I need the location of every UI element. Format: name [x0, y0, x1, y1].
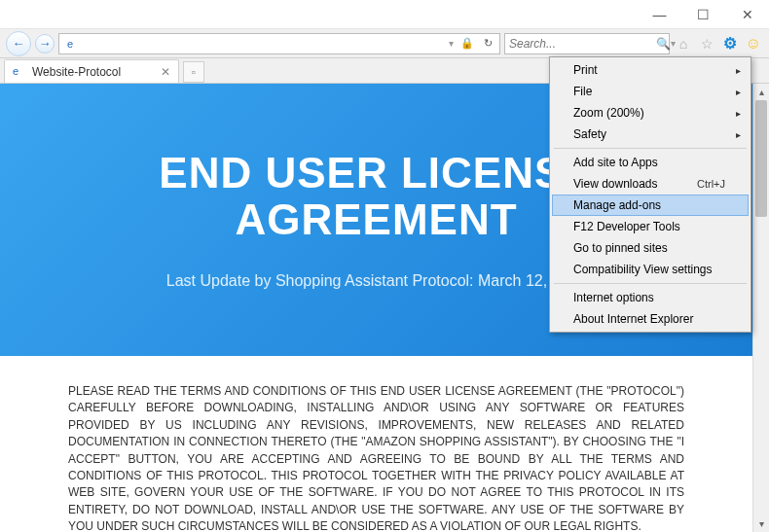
- search-input[interactable]: [509, 37, 656, 51]
- home-icon[interactable]: ⌂: [674, 34, 693, 53]
- menu-label: Zoom (200%): [573, 106, 644, 120]
- page-title-line1: END USER LICENSE: [159, 150, 593, 196]
- menu-label: File: [573, 85, 592, 98]
- menu-label: Compatibility View settings: [573, 263, 713, 276]
- ie-icon: e: [63, 37, 77, 51]
- dropdown-icon[interactable]: ▾: [449, 38, 454, 49]
- ie-icon: e: [13, 65, 26, 79]
- menu-shortcut: Ctrl+J: [697, 178, 725, 190]
- new-tab-button[interactable]: ▫: [183, 61, 204, 83]
- menu-about[interactable]: About Internet Explorer: [552, 308, 749, 330]
- menu-view-downloads[interactable]: View downloadsCtrl+J: [552, 173, 749, 195]
- forward-button[interactable]: →: [35, 34, 55, 53]
- menu-f12[interactable]: F12 Developer Tools: [552, 216, 749, 237]
- menu-label: Manage add-ons: [573, 198, 661, 212]
- tools-menu: Print File Zoom (200%) Safety Add site t…: [549, 56, 751, 333]
- tab-title: Website-Protocol: [32, 65, 121, 79]
- eula-text: PLEASE READ THE TERMS AND CONDITIONS OF …: [68, 383, 684, 532]
- menu-label: F12 Developer Tools: [573, 220, 680, 233]
- page-title: END USER LICENSE AGREEMENT: [159, 150, 593, 244]
- minimize-button[interactable]: —: [638, 0, 681, 29]
- menu-internet-options[interactable]: Internet options: [552, 287, 749, 308]
- menu-zoom[interactable]: Zoom (200%): [552, 102, 749, 124]
- favorites-icon[interactable]: ☆: [697, 34, 716, 53]
- refresh-icon[interactable]: ↻: [481, 37, 495, 50]
- gear-icon[interactable]: ⚙: [720, 34, 740, 53]
- lock-icon[interactable]: 🔒: [458, 37, 477, 50]
- menu-safety[interactable]: Safety: [552, 124, 749, 145]
- scroll-up-icon[interactable]: ▴: [753, 84, 769, 100]
- menu-compat[interactable]: Compatibility View settings: [552, 259, 749, 280]
- search-icon[interactable]: 🔍: [656, 37, 671, 51]
- close-icon[interactable]: ✕: [161, 65, 170, 79]
- menu-add-site[interactable]: Add site to Apps: [552, 152, 749, 173]
- menu-label: Internet options: [573, 291, 654, 304]
- menu-label: Go to pinned sites: [573, 241, 668, 255]
- maximize-button[interactable]: ☐: [681, 0, 725, 29]
- toolbar: ← → e ▾ 🔒 ↻ 🔍 ▾ ⌂ ☆ ⚙ ☺: [0, 29, 769, 58]
- menu-label: Print: [573, 63, 598, 77]
- menu-label: View downloads: [573, 177, 658, 191]
- address-bar[interactable]: e ▾ 🔒 ↻: [58, 33, 500, 54]
- feedback-icon[interactable]: ☺: [744, 34, 763, 53]
- menu-file[interactable]: File: [552, 81, 749, 102]
- menu-print[interactable]: Print: [552, 59, 749, 81]
- tab-website-protocol[interactable]: e Website-Protocol ✕: [4, 59, 179, 83]
- eula-body: PLEASE READ THE TERMS AND CONDITIONS OF …: [0, 356, 752, 532]
- menu-label: About Internet Explorer: [573, 312, 693, 326]
- menu-manage-addons[interactable]: Manage add-ons: [552, 195, 749, 216]
- page-title-line2: AGREEMENT: [159, 196, 593, 243]
- page-subtitle: Last Update by Shopping Assistant Protoc…: [166, 272, 586, 290]
- menu-separator: [554, 283, 747, 284]
- scroll-down-icon[interactable]: ▾: [753, 515, 769, 532]
- menu-separator: [554, 148, 747, 149]
- search-box[interactable]: 🔍 ▾: [504, 33, 670, 54]
- menu-label: Add site to Apps: [573, 156, 658, 169]
- menu-label: Safety: [573, 127, 606, 141]
- close-button[interactable]: ✕: [725, 0, 769, 29]
- window-titlebar: — ☐ ✕: [0, 0, 769, 29]
- vertical-scrollbar[interactable]: ▴ ▾: [752, 84, 769, 532]
- back-button[interactable]: ←: [6, 31, 31, 56]
- scroll-thumb[interactable]: [755, 100, 767, 217]
- menu-pinned[interactable]: Go to pinned sites: [552, 237, 749, 259]
